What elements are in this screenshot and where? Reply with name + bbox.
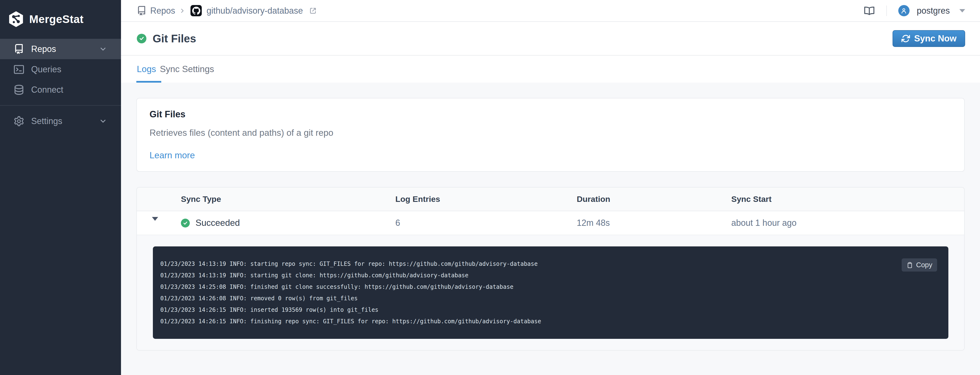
topbar-right: postgres <box>864 5 965 16</box>
row-sync-start: about 1 hour ago <box>731 218 964 228</box>
sidebar-item-queries[interactable]: Queries <box>0 59 121 79</box>
sidebar-item-repos[interactable]: Repos <box>0 39 121 59</box>
table-header-row: Sync Type Log Entries Duration Sync Star… <box>137 188 964 211</box>
sync-logs-table: Sync Type Log Entries Duration Sync Star… <box>136 187 965 351</box>
sidebar-item-label: Queries <box>31 64 107 75</box>
breadcrumb: Repos github/advisory-database <box>137 5 317 16</box>
success-check-icon <box>137 34 146 43</box>
chevron-down-icon <box>99 45 107 53</box>
row-expanded-panel: Copy 01/23/2023 14:13:19 INFO: starting … <box>137 235 964 350</box>
page-header: Git Files Sync Now <box>121 22 980 56</box>
copy-logs-button[interactable]: Copy <box>902 258 937 272</box>
main-area: Repos github/advisory-database postgres <box>121 0 980 375</box>
external-link-icon[interactable] <box>309 6 317 15</box>
sidebar-divider <box>0 105 121 106</box>
sidebar-nav: Repos Queries Connect Settings <box>0 39 121 131</box>
col-header-log-entries: Log Entries <box>395 194 577 204</box>
gear-icon <box>14 116 24 126</box>
content-area: Git Files Retrieves files (content and p… <box>121 83 980 375</box>
chevron-down-icon <box>99 117 107 125</box>
page-title: Git Files <box>153 32 196 45</box>
success-check-icon <box>181 219 190 227</box>
chevron-right-icon <box>179 8 186 14</box>
log-output-panel: Copy 01/23/2023 14:13:19 INFO: starting … <box>153 246 948 339</box>
tab-label: Sync Settings <box>160 64 214 74</box>
row-expand-toggle[interactable] <box>152 217 158 225</box>
sync-type-card: Git Files Retrieves files (content and p… <box>136 98 965 172</box>
breadcrumb-repos-link[interactable]: Repos <box>150 6 175 16</box>
tab-label: Logs <box>137 64 156 74</box>
sidebar-item-connect[interactable]: Connect <box>0 79 121 100</box>
mergestat-logo[interactable]: MergeStat <box>0 0 121 33</box>
book-open-icon[interactable] <box>864 5 875 16</box>
sync-now-label: Sync Now <box>914 33 956 44</box>
sidebar-item-label: Connect <box>31 85 107 95</box>
topbar: Repos github/advisory-database postgres <box>121 0 980 22</box>
sidebar-item-label: Repos <box>31 44 92 54</box>
row-status: Succeeded <box>196 218 240 228</box>
log-line: 01/23/2023 14:13:19 INFO: starting git c… <box>160 270 941 281</box>
tab-sync-settings[interactable]: Sync Settings <box>160 56 214 83</box>
sidebar: MergeStat Repos Queries Connect Settings <box>0 0 121 375</box>
log-line: 01/23/2023 14:13:19 INFO: starting repo … <box>160 258 941 270</box>
row-duration: 12m 48s <box>577 218 731 228</box>
topbar-divider <box>886 5 887 16</box>
log-line: 01/23/2023 14:25:08 INFO: finished git c… <box>160 281 941 292</box>
mergestat-app: MergeStat Repos Queries Connect Settings <box>0 0 980 375</box>
sidebar-item-label: Settings <box>31 116 92 126</box>
mergestat-logo-icon <box>8 11 24 28</box>
log-line: 01/23/2023 14:26:15 INFO: inserted 19356… <box>160 304 941 316</box>
log-line: 01/23/2023 14:26:15 INFO: finishing repo… <box>160 316 941 327</box>
sync-type-title: Git Files <box>150 108 951 120</box>
table-row[interactable]: Succeeded 6 12m 48s about 1 hour ago <box>137 211 964 235</box>
tab-bar: Logs Sync Settings <box>121 56 980 83</box>
breadcrumb-repo-name[interactable]: github/advisory-database <box>207 6 303 16</box>
repo-icon <box>14 44 24 54</box>
terminal-icon <box>14 64 24 75</box>
col-header-sync-type: Sync Type <box>181 194 395 204</box>
user-avatar[interactable] <box>898 5 910 16</box>
user-menu-label[interactable]: postgres <box>917 6 950 16</box>
github-repo-avatar <box>191 5 202 16</box>
caret-down-icon[interactable] <box>959 9 965 13</box>
copy-label: Copy <box>916 261 932 269</box>
col-header-duration: Duration <box>577 194 731 204</box>
tab-logs[interactable]: Logs <box>137 56 156 83</box>
row-log-entries: 6 <box>395 218 577 228</box>
sync-icon <box>901 34 910 43</box>
sidebar-item-settings[interactable]: Settings <box>0 111 121 131</box>
log-line: 01/23/2023 14:26:08 INFO: removed 0 row(… <box>160 292 941 304</box>
logo-wordmark: MergeStat <box>29 13 84 25</box>
repo-icon <box>137 6 146 16</box>
sync-type-description: Retrieves files (content and paths) of a… <box>150 128 951 138</box>
clipboard-icon <box>907 262 913 269</box>
learn-more-link[interactable]: Learn more <box>150 150 195 160</box>
col-header-sync-start: Sync Start <box>731 194 964 204</box>
sync-now-button[interactable]: Sync Now <box>892 30 965 47</box>
database-icon <box>14 85 24 95</box>
